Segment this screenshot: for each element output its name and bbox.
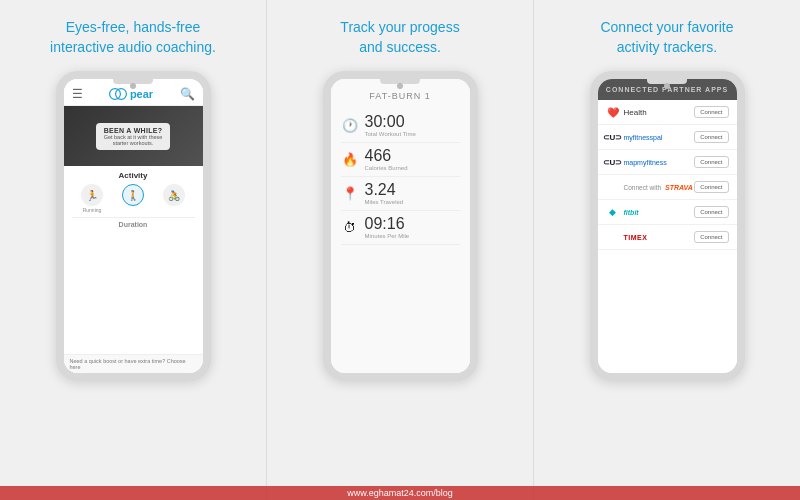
- duration-label: Duration: [72, 217, 195, 228]
- phone-2-screen: FAT-BURN 1 🕐 30:00 Total Workout Time 🔥 …: [331, 79, 470, 373]
- search-icon-phone[interactable]: 🔍: [180, 87, 195, 101]
- health-connect-button[interactable]: Connect: [694, 106, 728, 118]
- ua-mfp-icon: ⊂U⊃: [606, 130, 620, 144]
- health-brand: ❤️ Health: [606, 105, 695, 119]
- health-name: Health: [624, 108, 647, 117]
- been-a-while-title: BEEN A WHILE?: [104, 127, 163, 134]
- stat-pace-value: 09:16: [365, 216, 410, 232]
- panel-3-title: Connect your favoriteactivity trackers.: [600, 18, 733, 57]
- been-a-while-card: BEEN A WHILE? Get back at it with theses…: [96, 123, 171, 150]
- stat-miles: 📍 3.24 Miles Traveled: [341, 177, 460, 211]
- stat-time-label: Total Workout Time: [365, 131, 416, 137]
- health-heart-icon: ❤️: [606, 105, 620, 119]
- hamburger-icon[interactable]: ☰: [72, 87, 83, 101]
- running-icon: 🏃: [81, 184, 103, 206]
- myfitnesspal-brand: ⊂U⊃ myfitnesspal: [606, 130, 695, 144]
- pear-text: pear: [130, 88, 153, 100]
- partner-fitbit: ◆ fitbit Connect: [598, 200, 737, 225]
- clock-icon: 🕐: [341, 118, 359, 133]
- been-a-while-subtitle: Get back at it with thesestarter workout…: [104, 134, 163, 146]
- myfitnesspal-name: myfitnesspal: [624, 134, 663, 141]
- timex-brand: TIMEX: [606, 230, 695, 244]
- phone-1: ☰ pear 🔍 BEEN A WHILE?: [56, 71, 211, 381]
- bottom-bar-text: Need a quick boost or have extra time? C…: [70, 358, 186, 370]
- panel-connect-trackers: Connect your favoriteactivity trackers. …: [533, 0, 800, 500]
- partner-apps-header-text: CONNECTED PARTNER APPS: [606, 86, 729, 93]
- phone-1-screen: ☰ pear 🔍 BEEN A WHILE?: [64, 79, 203, 373]
- mapmyfitness-brand: ⊂U⊃ mapmyfitness: [606, 155, 695, 169]
- phone-1-hero: BEEN A WHILE? Get back at it with theses…: [64, 106, 203, 166]
- phone-3-screen: CONNECTED PARTNER APPS ❤️ Health Connect: [598, 79, 737, 373]
- ua-mmf-icon: ⊂U⊃: [606, 155, 620, 169]
- activity-icons: 🏃 Running 🚶 🚴: [72, 180, 195, 217]
- partner-apps-header: CONNECTED PARTNER APPS: [598, 79, 737, 100]
- fitbit-name: fitbit: [624, 209, 639, 216]
- strava-connect-button[interactable]: Connect: [694, 181, 728, 193]
- stat-pace: ⏱ 09:16 Minutes Per Mile: [341, 211, 460, 245]
- partner-list: ❤️ Health Connect ⊂U⊃ myfitnesspal: [598, 100, 737, 250]
- strava-icon: [606, 180, 620, 194]
- stat-time: 🕐 30:00 Total Workout Time: [341, 109, 460, 143]
- phone-3: CONNECTED PARTNER APPS ❤️ Health Connect: [590, 71, 745, 381]
- strava-brand: Connect with STRAVA: [606, 180, 695, 194]
- panel-2-title: Track your progessand success.: [340, 18, 459, 57]
- myfitnesspal-connect-button[interactable]: Connect: [694, 131, 728, 143]
- activity-walking[interactable]: 🚶: [122, 184, 144, 213]
- stopwatch-icon: ⏱: [341, 220, 359, 235]
- stat-miles-label: Miles Traveled: [365, 199, 404, 205]
- partner-myfitnesspal: ⊂U⊃ myfitnesspal Connect: [598, 125, 737, 150]
- panel-track-progress: Track your progessand success. FAT-BURN …: [266, 0, 533, 500]
- running-label: Running: [83, 207, 102, 213]
- activity-cycling[interactable]: 🚴: [163, 184, 185, 213]
- phone-1-header: ☰ pear 🔍: [64, 79, 203, 106]
- timex-icon: [606, 230, 620, 244]
- stat-miles-value: 3.24: [365, 182, 404, 198]
- phone-1-activity: Activity 🏃 Running 🚶 🚴: [64, 166, 203, 232]
- activity-running[interactable]: 🏃 Running: [81, 184, 103, 213]
- partner-mapmyfitness: ⊂U⊃ mapmyfitness Connect: [598, 150, 737, 175]
- fitbit-brand: ◆ fitbit: [606, 205, 695, 219]
- partner-health: ❤️ Health Connect: [598, 100, 737, 125]
- pin-icon: 📍: [341, 186, 359, 201]
- strava-prefix: Connect with: [624, 184, 662, 191]
- stat-calories-value: 466: [365, 148, 408, 164]
- fitbit-icon: ◆: [606, 205, 620, 219]
- phone-1-hero-overlay: BEEN A WHILE? Get back at it with theses…: [64, 106, 203, 166]
- mapmyfitness-name: mapmyfitness: [624, 159, 667, 166]
- pear-logo-svg: [109, 88, 127, 100]
- main-container: Eyes-free, hands-freeinteractive audio c…: [0, 0, 800, 500]
- pear-logo: pear: [109, 88, 153, 100]
- partner-timex: TIMEX Connect: [598, 225, 737, 250]
- stat-calories: 🔥 466 Calories Burned: [341, 143, 460, 177]
- phone-2: FAT-BURN 1 🕐 30:00 Total Workout Time 🔥 …: [323, 71, 478, 381]
- activity-label: Activity: [72, 171, 195, 180]
- panel-audio-coaching: Eyes-free, hands-freeinteractive audio c…: [0, 0, 266, 500]
- watermark-text: www.eghamat24.com/blog: [347, 488, 453, 498]
- panel-1-title: Eyes-free, hands-freeinteractive audio c…: [50, 18, 216, 57]
- workout-title: FAT-BURN 1: [341, 91, 460, 101]
- phone-1-bottom-bar: Need a quick boost or have extra time? C…: [64, 354, 203, 373]
- watermark-bar: www.eghamat24.com/blog: [0, 486, 800, 500]
- fitbit-connect-button[interactable]: Connect: [694, 206, 728, 218]
- timex-name: TIMEX: [624, 234, 648, 241]
- partner-strava: Connect with STRAVA Connect: [598, 175, 737, 200]
- stat-time-value: 30:00: [365, 114, 416, 130]
- strava-name: STRAVA: [665, 184, 693, 191]
- cycling-icon: 🚴: [163, 184, 185, 206]
- timex-connect-button[interactable]: Connect: [694, 231, 728, 243]
- stat-calories-label: Calories Burned: [365, 165, 408, 171]
- stat-pace-label: Minutes Per Mile: [365, 233, 410, 239]
- flame-icon: 🔥: [341, 152, 359, 167]
- mapmyfitness-connect-button[interactable]: Connect: [694, 156, 728, 168]
- walking-icon: 🚶: [122, 184, 144, 206]
